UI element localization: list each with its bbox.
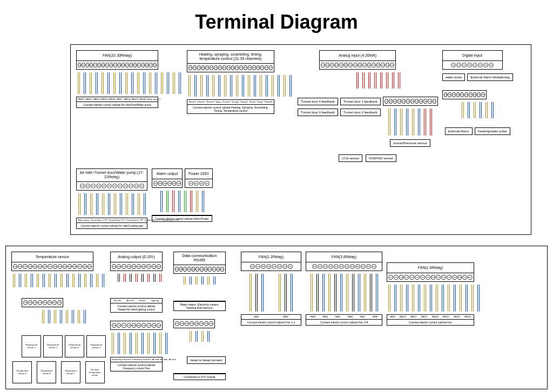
feedback-label: Tunnel door 4 feedback <box>298 98 338 105</box>
term-label: Scramb <box>222 101 230 103</box>
page-title: Terminal Diagram <box>5 11 548 33</box>
module-title: FAN(22-30Relay) <box>77 51 158 61</box>
terminal-block <box>387 273 474 281</box>
module-title: Air inlet /Tunnel door/Water pump (17-21… <box>77 169 147 182</box>
term-label: Timing2 <box>240 101 248 103</box>
terminal-block <box>77 182 147 190</box>
module-caption: Connect electric control cabinet Heating… <box>187 104 274 113</box>
term-label: Heater <box>139 300 146 302</box>
term-label: Spray <box>215 101 221 103</box>
wiring <box>187 75 293 97</box>
terminal-sub-block <box>442 90 487 99</box>
term-label: FAN22 <box>78 98 84 100</box>
wiring <box>22 310 106 332</box>
term-label: FAN30 <box>139 98 146 100</box>
term-label: FAN8 <box>372 316 377 318</box>
module-fan-22-30: FAN(22-30Relay) <box>76 50 158 70</box>
term-label: FAN7 <box>360 316 365 318</box>
module-rs485: Data communication RS485 <box>173 252 226 274</box>
module-title: Analog output (0-10V) <box>111 252 162 262</box>
module-fan-1-2: FAN(1-2Relay) <box>241 252 301 271</box>
labels-block: FAN1 FAN2 Connect electric control cabin… <box>241 314 301 326</box>
labels-block: Connection to IOT module <box>173 373 226 380</box>
term-label: Air inlet <box>152 359 159 361</box>
module-caption: Connect electric control cabinet Fan 3-8 <box>306 319 382 325</box>
di-label: water pulse <box>442 73 466 81</box>
module-title: Alarm output <box>152 169 182 179</box>
panel-bottom: Temperature sensor <box>5 246 548 389</box>
module-air-inlet: Air inlet /Tunnel door/Water pump (17-21… <box>76 168 147 191</box>
module-title: Power 220V <box>185 169 212 179</box>
term-label: Heater2 <box>198 101 205 103</box>
term-label: Air inlet <box>114 300 121 302</box>
term-label: Air inlet <box>126 300 133 302</box>
term-label: Lighting <box>151 300 159 302</box>
wiring <box>306 274 382 312</box>
wiring <box>173 276 226 298</box>
temp-sensor-box: Temperature sensor 5 <box>12 361 32 383</box>
term-label: FAN3 <box>310 316 315 318</box>
wiring-red <box>319 72 438 94</box>
labels-block: Heater1 Heater2 Heater3 Spray Scramb Tim… <box>187 99 274 114</box>
term-label: Frequency convert1 <box>112 359 131 361</box>
sensor-label: NH3/HS2 sensor <box>366 154 396 162</box>
temp-sensor-box: Temperature sensor 3 <box>65 335 84 357</box>
module-temp-sensor: Temperature sensor <box>11 252 93 271</box>
term-label: Heater3 <box>206 101 214 103</box>
di-sub-label: Feeding/water pulse <box>475 127 510 135</box>
labels-block: FAN3 FAN4 FAN5 FAN6 FAN7 FAN8 Connect el… <box>306 314 382 326</box>
term-label: FAN2 <box>283 316 288 318</box>
terminal-block <box>12 262 93 271</box>
term-label: Water pump 2 <box>147 98 160 100</box>
module-title: Analog input (4-20MA) <box>320 51 395 61</box>
labels-block: Water pump Tunnel door 1 OP Tunnel door … <box>76 218 147 229</box>
term-label: FAN12 <box>421 316 428 318</box>
panel-top: FAN(22-30Relay) FAN22 FAN23 FAN24 FAN25 … <box>70 44 531 235</box>
wiring <box>152 191 213 212</box>
wiring <box>241 274 301 312</box>
term-label: Tunnel door 2 OP <box>126 219 143 221</box>
term-label: FAN29 <box>132 98 138 100</box>
feedback-label: Tunnel door 2 feedback <box>340 109 381 116</box>
module-power: Power 220V <box>185 168 213 188</box>
module-title: Heating, spraying, scrambling, timing, t… <box>187 51 274 64</box>
module-title: Data communication RS485 <box>174 252 225 265</box>
terminal-sub-block <box>383 97 438 106</box>
module-caption: Connect electric control cabinet Heater/… <box>111 303 162 312</box>
temp-sensor-row: Temperature sensor 5 Temperature sensor … <box>11 361 106 383</box>
temp-sensor-box: Out door Temperature sensor <box>85 361 105 383</box>
terminal-block <box>111 262 162 271</box>
sensor-label: CO2 sensor <box>339 154 362 162</box>
module-caption: Connect electric control cabinet Air inl… <box>77 222 147 228</box>
term-label: FAN14 <box>443 316 449 318</box>
terminal-block <box>77 61 158 69</box>
module-fan-1-8: FAN(1-8Relay) <box>387 262 474 282</box>
module-digital-input: Digital input <box>442 50 503 70</box>
feedback-label: Tunnel door 3 feedback <box>298 109 338 116</box>
sensor-label: Humid/Pressure sensor <box>390 139 430 147</box>
temp-sensor-box: Temperature sensor 1 <box>22 335 41 357</box>
wiring <box>110 274 169 295</box>
di-sub-label: External Alarm <box>445 127 473 135</box>
module-title: FAN(1-8Relay) <box>387 263 474 273</box>
labels-block: Connect electric control cabinet Alarm/P… <box>152 215 212 222</box>
temp-sensor-box: Temperature sensor 7 <box>61 361 80 383</box>
wiring <box>11 274 106 295</box>
labels-block: Frequency convert1 Frequency convert2 Ai… <box>110 357 163 371</box>
rs485-caption: Head to Head connect <box>187 356 226 364</box>
term-label: FAN24 <box>93 98 99 100</box>
term-label: FAN4 <box>322 316 328 318</box>
module-caption: Connect electric control cabinet Fan 1-2 <box>241 319 301 325</box>
labels-block: FAN9 FAN10 FAN11 FAN12 FAN13 FAN14 FAN15… <box>387 314 474 326</box>
terminal-block <box>443 61 502 69</box>
term-label: Relay39 <box>265 101 273 103</box>
term-label: Tunnel door 1 OP <box>91 219 107 221</box>
term-label: Temp1 <box>249 101 255 103</box>
term-label: FAN13 <box>432 316 439 318</box>
term-label: FAN5 <box>335 316 340 318</box>
labels-block: FAN22 FAN23 FAN24 FAN25 FAN26 FAN27 FAN2… <box>76 97 158 108</box>
terminal-sub-block <box>110 321 163 330</box>
terminal-block <box>174 265 225 273</box>
term-label: FAN15 <box>454 316 460 318</box>
module-title: Temperature sensor <box>12 252 93 262</box>
